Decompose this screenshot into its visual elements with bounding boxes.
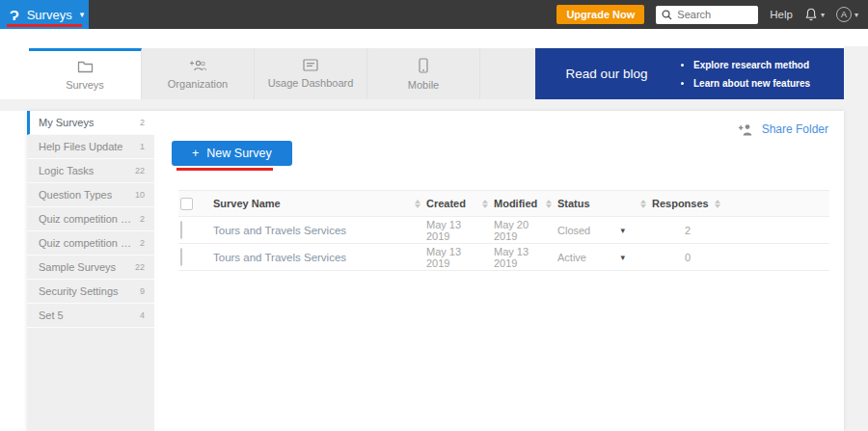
dashboard-icon — [303, 59, 318, 71]
folder-label: Set 5 — [39, 310, 64, 321]
surveys-table: Survey Name Created Modified Status Resp… — [178, 190, 829, 271]
annotation-underline-product — [7, 24, 82, 27]
created-date: May 13 2019 — [411, 246, 478, 269]
folder-label: Quiz competition - ... — [39, 213, 134, 225]
sort-icon[interactable] — [546, 200, 552, 208]
column-header-status[interactable]: Status — [542, 198, 637, 209]
tab-label: Surveys — [66, 79, 104, 91]
row-select-cell — [178, 222, 213, 239]
blog-banner-bullets: Explore research method Learn about new … — [678, 56, 810, 93]
blog-banner-title: Read our blog — [535, 67, 678, 81]
column-header-responses[interactable]: Responses — [637, 198, 729, 209]
select-all-cell — [178, 198, 213, 210]
folder-count-badge: 10 — [129, 190, 145, 200]
row-checkbox[interactable] — [180, 221, 182, 239]
column-header-survey-name[interactable]: Survey Name — [213, 198, 411, 209]
table-row: Tours and Travels Services May 13 2019 M… — [178, 244, 829, 271]
search-input[interactable] — [677, 9, 752, 20]
sort-icon[interactable] — [415, 200, 420, 208]
folder-label: Question Types — [39, 189, 112, 201]
help-link[interactable]: Help — [770, 9, 793, 20]
select-all-checkbox[interactable] — [180, 198, 193, 210]
column-label: Status — [557, 198, 590, 209]
column-header-modified[interactable]: Modified — [478, 198, 542, 209]
sidebar-folder-item[interactable]: Help Files Update 1 — [27, 135, 154, 159]
modified-date: May 13 2019 — [478, 246, 542, 269]
share-folder-label: Share Folder — [762, 122, 828, 136]
folder-count-badge: 4 — [134, 310, 145, 320]
sort-icon[interactable] — [482, 200, 488, 208]
sidebar-folder-item[interactable]: Quiz competition - ... 2 — [27, 231, 154, 256]
column-label: Responses — [652, 198, 709, 209]
folder-icon — [77, 60, 94, 73]
folder-label: Security Settings — [39, 285, 119, 297]
tab-label: Organization — [168, 78, 228, 90]
survey-name-link[interactable]: Tours and Travels Services — [213, 252, 411, 263]
table-row: Tours and Travels Services May 13 2019 M… — [178, 217, 829, 244]
tab-usage-dashboard[interactable]: Usage Dashboard — [255, 48, 367, 99]
folder-count-badge: 2 — [134, 238, 145, 248]
top-bar: Ɂ Surveys ▾ Upgrade Now Help ▾ A ▾ — [0, 0, 868, 29]
folder-label: Sample Surveys — [39, 261, 116, 273]
responses-count: 2 — [637, 225, 729, 236]
brand-logo-icon: Ɂ — [10, 8, 19, 22]
column-header-created[interactable]: Created — [411, 198, 478, 209]
folder-count-badge: 2 — [134, 118, 145, 127]
survey-name-link[interactable]: Tours and Travels Services — [213, 225, 411, 236]
chevron-down-icon: ▾ — [821, 11, 825, 19]
folder-count-badge: 2 — [134, 214, 145, 224]
tab-strip-filler — [480, 48, 535, 99]
search-box[interactable] — [656, 6, 758, 24]
new-survey-label: New Survey — [206, 147, 271, 160]
sort-icon[interactable] — [715, 200, 720, 208]
new-survey-button[interactable]: + New Survey — [172, 141, 292, 166]
table-header-row: Survey Name Created Modified Status Resp… — [178, 190, 829, 217]
folders-sidebar: My Surveys 2 Help Files Update 1 Logic T… — [27, 111, 154, 431]
sidebar-folder-item[interactable]: Question Types 10 — [27, 183, 154, 207]
upgrade-now-button[interactable]: Upgrade Now — [556, 5, 644, 24]
chevron-down-icon: ▾ — [854, 11, 858, 19]
notifications-menu[interactable]: ▾ — [804, 8, 825, 21]
sidebar-folder-item[interactable]: Set 5 4 — [27, 304, 154, 328]
folder-count-badge: 22 — [129, 166, 145, 175]
folder-label: My Surveys — [39, 117, 94, 128]
sort-icon[interactable] — [640, 200, 646, 208]
status-cell: Closed ▾ — [542, 225, 637, 236]
row-select-cell — [178, 249, 213, 266]
status-value: Active — [557, 252, 586, 263]
content-card: My Surveys 2 Help Files Update 1 Logic T… — [27, 111, 844, 431]
sidebar-folder-item[interactable]: Quiz competition - ... 2 — [27, 207, 154, 231]
chevron-down-icon: ▾ — [80, 10, 85, 19]
product-menu-label: Surveys — [27, 8, 72, 22]
product-menu[interactable]: Ɂ Surveys ▾ — [0, 0, 89, 29]
account-menu[interactable]: A ▾ — [836, 7, 858, 22]
mobile-phone-icon — [419, 58, 428, 73]
sidebar-folder-item[interactable]: My Surveys 2 — [27, 111, 154, 135]
status-dropdown-caret[interactable]: ▾ — [620, 226, 625, 235]
sidebar-folder-item[interactable]: Sample Surveys 22 — [27, 256, 154, 280]
share-folder-link[interactable]: Share Folder — [738, 122, 828, 136]
tab-organization[interactable]: Organization — [142, 48, 255, 99]
modified-date: May 20 2019 — [478, 219, 542, 242]
avatar: A — [836, 7, 852, 22]
status-dropdown-caret[interactable]: ▾ — [620, 253, 625, 262]
tab-surveys[interactable]: Surveys — [29, 48, 142, 99]
blog-banner[interactable]: Read our blog Explore research method Le… — [535, 48, 844, 99]
page-background-band — [0, 99, 868, 111]
row-checkbox[interactable] — [180, 248, 182, 266]
folder-count-badge: 1 — [134, 142, 145, 151]
sidebar-folder-item[interactable]: Logic Tasks 22 — [27, 159, 154, 183]
main-panel: Share Folder + New Survey Survey Name Cr… — [154, 111, 844, 431]
status-value: Closed — [557, 225, 590, 236]
page-background-strip — [844, 46, 868, 431]
tab-label: Usage Dashboard — [268, 77, 354, 89]
sidebar-folder-item[interactable]: Security Settings 9 — [27, 280, 154, 304]
created-date: May 13 2019 — [411, 219, 478, 242]
tab-mobile[interactable]: Mobile — [367, 48, 480, 99]
responses-count: 0 — [637, 252, 729, 263]
folder-label: Quiz competition - ... — [39, 237, 134, 249]
blog-bullet: Learn about new features — [693, 74, 810, 93]
blog-bullet: Explore research method — [693, 56, 810, 74]
search-icon — [662, 10, 672, 20]
plus-icon: + — [192, 147, 199, 160]
